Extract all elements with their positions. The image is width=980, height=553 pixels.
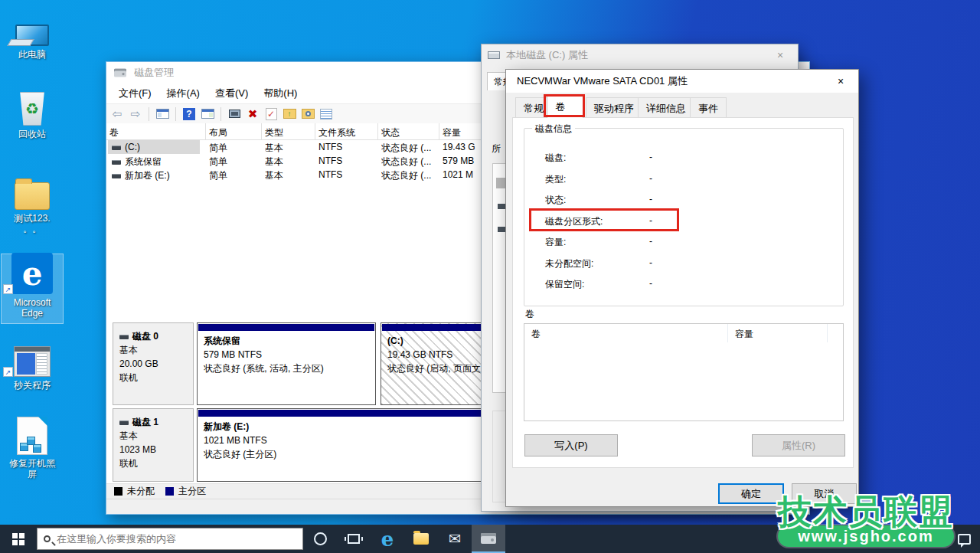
annotation-box-partition-style [529, 208, 679, 231]
checklist-icon[interactable] [318, 106, 334, 122]
partial-text: 所 [492, 142, 501, 155]
list-column-volume[interactable]: 卷 [524, 324, 728, 342]
desktop-icon-label: 此电脑 [2, 49, 63, 60]
menu-view[interactable]: 查看(V) [207, 83, 256, 103]
volumes-tab-page: 磁盘信息 磁盘:- 类型:- 状态:- 磁盘分区形式:- 容量:- 未分配空间:… [512, 117, 854, 468]
field-value: - [649, 152, 652, 162]
show-panel-icon[interactable] [200, 106, 215, 122]
desktop-icon-label: 秒关程序 [2, 380, 63, 391]
disk-icon [119, 335, 129, 339]
mail-icon: ✉ [449, 530, 461, 548]
tab-strip: 常规 卷 驱动程序 详细信息 事件 [506, 93, 858, 118]
column-header-type[interactable]: 类型 [262, 123, 315, 140]
field-value: - [649, 278, 652, 289]
volumes-listview[interactable]: 卷 容量 [524, 323, 844, 421]
this-pc-icon [2, 6, 63, 46]
search-input[interactable] [57, 533, 271, 545]
desktop-icon-label: 修复开机黑 [2, 458, 63, 469]
desktop-icon-label: 回收站 [2, 129, 63, 139]
app-window-icon: ↗ [2, 337, 63, 377]
toolbar-separator [220, 107, 221, 121]
folder-search-icon[interactable] [300, 106, 315, 122]
task-view-button[interactable] [337, 525, 371, 553]
desktop-icon-recycle-bin[interactable]: ♻ 回收站 [2, 86, 63, 139]
taskbar-mail-button[interactable]: ✉ [438, 525, 472, 553]
column-header-filesystem[interactable]: 文件系统 [315, 123, 378, 140]
edge-icon: e [381, 528, 394, 551]
disk-management-app-icon [114, 68, 126, 77]
recycle-bin-icon: ♻ [2, 86, 63, 126]
shortcut-arrow-icon: ↗ [3, 284, 13, 294]
desktop-icon-fix-black-screen[interactable]: 修复开机黑 屏 [2, 415, 63, 479]
shortcut-arrow-icon: ↗ [3, 367, 13, 377]
field-value: - [649, 236, 652, 247]
partition-system-reserved[interactable]: 系统保留 579 MB NTFS 状态良好 (系统, 活动, 主分区) [197, 322, 376, 405]
watermark: 技术员联盟 www.jsgho.com [778, 489, 954, 547]
taskbar-explorer-button[interactable] [404, 525, 438, 553]
dialog-title: NECVMWar VMware SATA CD01 属性 [517, 74, 688, 88]
properties-button[interactable]: 属性(R) [752, 434, 845, 456]
field-label: 状态: [545, 194, 566, 207]
c-properties-titlebar[interactable]: 本地磁盘 (C:) 属性 × [482, 44, 798, 66]
volumes-section-label: 卷 [525, 308, 534, 321]
folder-up-icon[interactable]: ↑ [282, 106, 297, 122]
toolbar-separator [149, 107, 149, 121]
cortana-icon [314, 532, 327, 545]
delete-icon[interactable]: ✖ [245, 106, 260, 122]
desktop-icon-microsoft-edge[interactable]: e ↗ Microsoft Edge [2, 254, 63, 323]
annotation-box-volumes-tab [544, 94, 585, 117]
folder-icon [2, 170, 63, 210]
field-label: 类型: [545, 173, 566, 186]
legend-primary-swatch [165, 487, 174, 496]
edge-icon: e ↗ [2, 254, 63, 294]
taskbar-disk-management-button[interactable] [472, 525, 505, 553]
populate-button[interactable]: 写入(P) [524, 434, 618, 456]
desktop-icon-label: 测试123. [2, 213, 63, 224]
device-properties-titlebar[interactable]: NECVMWar VMware SATA CD01 属性 × [506, 70, 858, 93]
cortana-button[interactable] [303, 525, 337, 553]
field-label: 保留空间: [545, 278, 584, 291]
disk0-header[interactable]: 磁盘 0 基本 20.00 GB 联机 [113, 322, 194, 405]
taskbar-search-box[interactable] [37, 528, 303, 550]
field-label: 未分配空间: [545, 257, 593, 270]
tab-details[interactable]: 详细信息 [638, 97, 694, 118]
rescan-disks-icon[interactable] [227, 106, 242, 122]
window-title: 磁盘管理 [134, 66, 174, 80]
help-icon[interactable]: ? [181, 106, 197, 122]
task-view-icon [348, 534, 360, 544]
check-task-icon[interactable]: ✓ [263, 106, 279, 122]
registry-file-icon [2, 415, 63, 455]
close-icon[interactable]: × [769, 49, 792, 61]
menu-action[interactable]: 操作(A) [159, 83, 207, 103]
desktop-icon-quick-close[interactable]: ↗ 秒关程序 [2, 337, 63, 391]
drive-icon [488, 51, 500, 59]
start-button[interactable] [0, 525, 37, 553]
groupbox-title: 磁盘信息 [532, 123, 575, 136]
taskbar-edge-button[interactable]: e [371, 525, 404, 553]
disk-icon [119, 420, 129, 425]
list-column-capacity[interactable]: 容量 [728, 324, 828, 342]
disk1-header[interactable]: 磁盘 1 基本 1023 MB 联机 [113, 408, 194, 482]
forward-icon[interactable]: ⇨ [128, 106, 143, 122]
column-header-volume[interactable]: 卷 [106, 123, 206, 140]
toolbar-separator [175, 107, 176, 121]
disk-management-icon [481, 533, 496, 544]
action-center-icon[interactable] [958, 534, 971, 545]
menu-help[interactable]: 帮助(H) [256, 83, 305, 103]
column-header-layout[interactable]: 布局 [206, 123, 262, 140]
close-icon[interactable]: × [829, 75, 852, 87]
field-value: - [649, 194, 652, 205]
ok-button[interactable]: 确定 [718, 483, 784, 504]
console-tree-icon[interactable] [155, 106, 170, 122]
device-properties-dialog: NECVMWar VMware SATA CD01 属性 × 常规 卷 驱动程序… [505, 69, 859, 507]
column-header-status[interactable]: 状态 [378, 123, 439, 140]
watermark-url: www.jsgho.com [778, 525, 954, 547]
tab-driver[interactable]: 驱动程序 [586, 97, 642, 118]
field-label: 容量: [545, 236, 566, 249]
field-value: - [649, 173, 652, 184]
tab-events[interactable]: 事件 [690, 97, 727, 118]
back-icon[interactable]: ⇦ [109, 106, 125, 122]
desktop-icon-test-folder[interactable]: 测试123. 。。 [2, 170, 63, 234]
menu-file[interactable]: 文件(F) [111, 83, 159, 103]
desktop-icon-this-pc[interactable]: 此电脑 [2, 6, 63, 60]
